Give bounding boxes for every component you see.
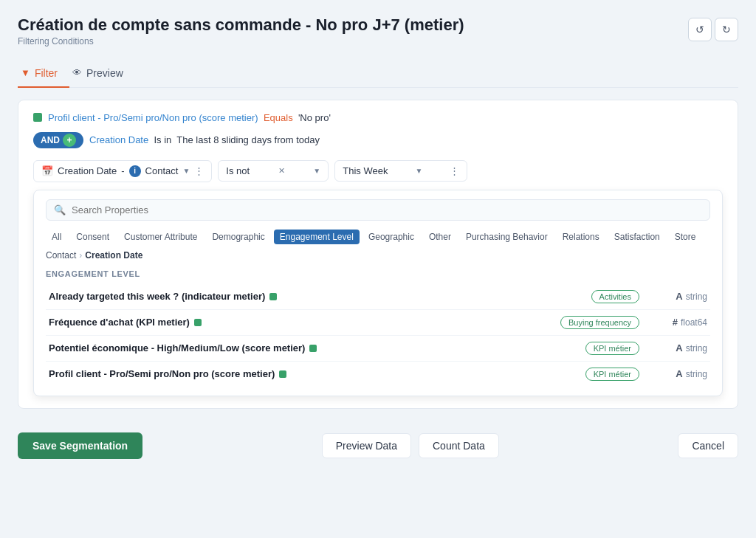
cat-tab-engagement-level[interactable]: Engagement Level	[274, 230, 360, 244]
tab-preview[interactable]: 👁 Preview	[69, 61, 135, 88]
preview-tab-icon: 👁	[72, 67, 82, 78]
reset-button[interactable]: ↺	[688, 18, 712, 41]
main-content: Profil client - Pro/Semi pro/Non pro (sc…	[18, 100, 738, 523]
preview-data-button[interactable]: Preview Data	[322, 433, 411, 458]
cat-tab-geographic[interactable]: Geographic	[362, 230, 420, 244]
search-input[interactable]	[72, 204, 702, 215]
dropdown-panel: 🔍 All Consent Customer Attribute Demogra…	[33, 190, 723, 396]
property-tag-4: KPI métier	[585, 368, 639, 381]
cancel-button[interactable]: Cancel	[678, 433, 738, 458]
category-tabs: All Consent Customer Attribute Demograph…	[46, 230, 710, 244]
cat-tab-satisfaction[interactable]: Satisfaction	[608, 230, 666, 244]
header-icons: ↺ ↻	[688, 18, 738, 41]
condition1-indicator	[33, 113, 42, 122]
value-arrow-icon: ▼	[415, 167, 422, 175]
cat-tab-store[interactable]: Store	[669, 230, 702, 244]
cat-tab-all[interactable]: All	[46, 230, 67, 244]
property-row[interactable]: Potentiel économique - High/Medium/Low (…	[46, 336, 710, 362]
header-row: Création de compte sans commande - No pr…	[18, 15, 738, 58]
operator-selector[interactable]: Is not ✕ ▼	[218, 160, 329, 182]
page-wrapper: Création de compte sans commande - No pr…	[0, 0, 756, 538]
field-sub: Contact	[145, 165, 179, 176]
cat-tab-demographic[interactable]: Demographic	[206, 230, 270, 244]
cat-tab-purchasing-behavior[interactable]: Purchasing Behavior	[460, 230, 554, 244]
property-tag-1: Activities	[591, 290, 639, 303]
and-plus-button[interactable]: +	[63, 134, 76, 147]
condition1-row: Profil client - Pro/Semi pro/Non pro (sc…	[33, 112, 723, 123]
property-name-3: Potentiel économique - High/Medium/Low (…	[49, 342, 577, 354]
filter-tab-icon: ▼	[21, 67, 30, 78]
filter-card: Profil client - Pro/Semi pro/Non pro (sc…	[18, 100, 738, 409]
bottom-center-buttons: Preview Data Count Data	[322, 433, 499, 458]
breadcrumb-separator: ›	[79, 250, 82, 261]
info-icon: i	[129, 165, 141, 177]
operator-clear-icon[interactable]: ✕	[278, 166, 285, 176]
prop-indicator-4	[279, 370, 286, 378]
property-name-1: Already targeted this week ? (indicateur…	[49, 291, 583, 302]
breadcrumb-parent[interactable]: Contact	[46, 250, 76, 261]
tab-filter[interactable]: ▼ Filter	[18, 61, 69, 88]
and-badge: AND +	[33, 132, 83, 148]
condition2-value: The last 8 sliding days from today	[176, 134, 320, 145]
property-tag-3: KPI métier	[585, 342, 639, 355]
property-type-1: A string	[648, 291, 707, 302]
cat-tab-relations[interactable]: Relations	[557, 230, 605, 244]
count-data-button[interactable]: Count Data	[419, 433, 499, 458]
prop-indicator-1	[269, 293, 277, 300]
search-icon: 🔍	[54, 204, 66, 215]
property-name-4: Profil client - Pro/Semi pro/Non pro (sc…	[49, 368, 577, 379]
refresh-button[interactable]: ↻	[715, 18, 738, 41]
and-row: AND + Creation Date Is in The last 8 sli…	[33, 132, 723, 148]
prop-indicator-3	[309, 345, 317, 352]
breadcrumb-current: Creation Date	[85, 250, 142, 261]
field-label: Creation Date	[58, 165, 117, 176]
prop-indicator-2	[194, 319, 202, 326]
cat-tab-consent[interactable]: Consent	[70, 230, 115, 244]
breadcrumb: Contact › Creation Date	[46, 250, 710, 261]
field-more-icon[interactable]: ⋮	[194, 165, 204, 176]
condition1-label[interactable]: Profil client - Pro/Semi pro/Non pro (sc…	[48, 112, 258, 123]
condition2-op: Is in	[154, 134, 171, 145]
filter-controls-row: 📅 Creation Date - i Contact ▼ ⋮ Is not ✕…	[33, 160, 723, 182]
value-selector[interactable]: This Week ▼ ⋮	[334, 160, 467, 182]
condition1-value: 'No pro'	[298, 112, 331, 123]
tab-filter-label: Filter	[35, 67, 58, 79]
bottom-bar: Save Segmentation Preview Data Count Dat…	[18, 421, 738, 462]
tabs-row: ▼ Filter 👁 Preview	[18, 61, 738, 88]
field-arrow-icon: ▼	[182, 167, 190, 175]
string-icon-3: A	[676, 342, 682, 354]
cat-tab-other[interactable]: Other	[423, 230, 457, 244]
search-box: 🔍	[46, 199, 710, 221]
property-type-4: A string	[648, 368, 707, 379]
and-label: AND	[41, 135, 60, 145]
property-name-2: Fréquence d'achat (KPI metier)	[49, 317, 551, 328]
string-icon-4: A	[676, 368, 682, 379]
save-segmentation-button[interactable]: Save Segmentation	[18, 432, 142, 459]
condition1-operator: Equals	[264, 112, 293, 123]
tab-preview-label: Preview	[86, 67, 123, 79]
property-row[interactable]: Profil client - Pro/Semi pro/Non pro (sc…	[46, 362, 710, 387]
page-title: Création de compte sans commande - No pr…	[18, 15, 464, 36]
property-row[interactable]: Fréquence d'achat (KPI metier) Buying fr…	[46, 310, 710, 336]
value-more-icon[interactable]: ⋮	[450, 165, 459, 176]
property-type-2: # float64	[648, 317, 707, 328]
hash-icon-2: #	[673, 317, 678, 328]
section-label: ENGAGEMENT LEVEL	[46, 266, 710, 278]
title-block: Création de compte sans commande - No pr…	[18, 15, 464, 58]
condition2-label[interactable]: Creation Date	[89, 134, 148, 145]
cat-tab-customer-attribute[interactable]: Customer Attribute	[118, 230, 203, 244]
value-text: This Week	[343, 165, 388, 176]
operator-arrow-icon: ▼	[313, 167, 320, 175]
property-row[interactable]: Already targeted this week ? (indicateur…	[46, 284, 710, 310]
property-tag-2: Buying frequency	[560, 316, 639, 329]
subtitle: Filtering Conditions	[18, 36, 464, 46]
property-list: Already targeted this week ? (indicateur…	[46, 284, 710, 387]
operator-value: Is not	[226, 165, 250, 176]
string-icon-1: A	[676, 291, 682, 302]
field-selector[interactable]: 📅 Creation Date - i Contact ▼ ⋮	[33, 160, 212, 182]
property-type-3: A string	[648, 342, 707, 354]
condition1-text: Profil client - Pro/Semi pro/Non pro (sc…	[48, 112, 331, 123]
condition2-text: Creation Date Is in The last 8 sliding d…	[89, 134, 320, 145]
calendar-icon: 📅	[41, 165, 53, 176]
